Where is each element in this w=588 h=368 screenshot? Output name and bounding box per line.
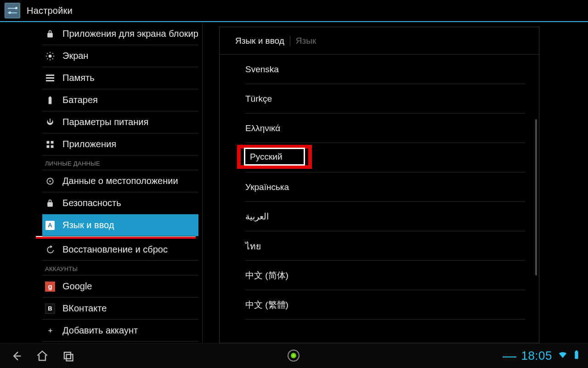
sidebar-item-label: Данные о местоположении	[62, 176, 178, 186]
svg-line-8	[52, 53, 53, 54]
language-label: ไทย	[245, 239, 261, 253]
section-accounts: АККАУНТЫ	[42, 261, 198, 276]
sidebar-item-storage[interactable]: Память	[42, 67, 198, 89]
apps-icon	[45, 139, 55, 150]
sidebar-item-power[interactable]: Параметры питания	[42, 111, 198, 133]
status-tray[interactable]: — 18:05	[503, 348, 582, 364]
battery-icon	[45, 95, 55, 105]
svg-rect-11	[47, 145, 50, 148]
language-option-highlighted[interactable]: Русский	[245, 143, 525, 172]
vk-icon: B	[45, 304, 55, 314]
nav-recent-button[interactable]	[58, 346, 78, 366]
sidebar-item-label: Параметры питания	[62, 117, 148, 127]
settings-app-icon	[5, 3, 20, 18]
storage-icon	[45, 73, 55, 83]
section-personal: ЛИЧНЫЕ ДАННЫЕ	[42, 155, 198, 170]
language-option[interactable]: 中文 (简体)	[245, 261, 525, 290]
language-option[interactable]: 中文 (繁體)	[245, 290, 525, 320]
wifi-icon	[558, 349, 568, 363]
page-title: Настройки	[27, 6, 73, 16]
sidebar-item-label: Безопасность	[62, 198, 121, 208]
scrollbar[interactable]	[535, 119, 537, 276]
sidebar-item-battery[interactable]: Батарея	[42, 89, 198, 111]
sidebar-item-label: Восстановление и сброс	[62, 244, 168, 255]
sidebar-item-google[interactable]: g Google	[42, 276, 198, 298]
language-option[interactable]: ไทย	[245, 231, 525, 261]
svg-line-7	[47, 58, 48, 59]
sidebar-item-backup-reset[interactable]: Восстановление и сброс	[42, 239, 198, 261]
language-option[interactable]: Svenska	[245, 55, 525, 84]
svg-line-5	[47, 53, 48, 54]
system-navbar: — 18:05	[0, 343, 588, 368]
settings-sidebar: Приложения для экрана блокировки Экран П…	[0, 23, 202, 343]
svg-rect-12	[51, 145, 54, 148]
language-icon: A	[45, 220, 55, 230]
sidebar-item-label: Язык и ввод	[62, 220, 114, 230]
nav-center-indicator	[288, 350, 300, 362]
annotation-frame: Русский	[237, 145, 312, 169]
target-icon	[45, 176, 55, 186]
plus-icon: ＋	[45, 326, 55, 336]
language-label: 中文 (繁體)	[245, 299, 288, 311]
sidebar-item-security[interactable]: Безопасность	[42, 192, 198, 214]
language-label: 中文 (简体)	[245, 270, 288, 282]
battery-icon	[571, 349, 582, 363]
sidebar-item-label: Память	[62, 73, 95, 83]
lock-icon	[45, 29, 55, 39]
language-label: Türkçe	[245, 94, 272, 104]
sidebar-item-label: Google	[62, 281, 92, 292]
language-label: Ελληνικά	[245, 123, 280, 133]
language-label: Svenska	[245, 64, 279, 75]
svg-line-6	[52, 58, 53, 59]
language-option[interactable]: Türkçe	[245, 84, 525, 114]
language-option[interactable]: Українська	[245, 172, 525, 202]
sidebar-item-vk[interactable]: B ВКонтакте	[42, 298, 198, 320]
google-icon: g	[45, 282, 55, 292]
svg-point-0	[49, 54, 52, 58]
language-label: Русский	[244, 148, 305, 166]
sidebar-item-display[interactable]: Экран	[42, 45, 198, 67]
sidebar-item-label: ВКонтакте	[62, 303, 107, 314]
breadcrumb-section: Язык и ввод	[235, 36, 284, 46]
svg-rect-10	[51, 141, 54, 144]
sidebar-item-label: Добавить аккаунт	[62, 325, 138, 336]
svg-rect-15	[64, 352, 71, 358]
breadcrumb-separator	[290, 36, 290, 46]
language-list: Svenska Türkçe Ελληνικά Русский	[220, 55, 539, 320]
language-option[interactable]: العربية	[245, 202, 525, 231]
power-icon	[45, 117, 55, 127]
sidebar-item-location[interactable]: Данные о местоположении	[42, 170, 198, 192]
sidebar-item-label: Приложения	[62, 139, 116, 150]
language-label: العربية	[245, 211, 269, 222]
sidebar-item-add-account[interactable]: ＋ Добавить аккаунт	[42, 320, 198, 342]
nav-back-button[interactable]	[6, 346, 27, 366]
sidebar-item-label: Батарея	[62, 95, 98, 105]
language-option[interactable]: Ελληνικά	[245, 114, 525, 143]
breadcrumb: Язык и ввод Язык	[220, 27, 539, 55]
nav-home-button[interactable]	[32, 346, 52, 366]
breadcrumb-page: Язык	[296, 36, 316, 46]
svg-rect-9	[47, 141, 50, 144]
detail-pane: Язык и ввод Язык Svenska Türkçe Ελληνικά	[202, 23, 588, 343]
sidebar-item-lockscreen-apps[interactable]: Приложения для экрана блокировки	[42, 23, 198, 45]
sidebar-item-label: Приложения для экрана блокировки	[62, 29, 198, 39]
status-dash-icon: —	[503, 348, 517, 364]
language-label: Українська	[245, 182, 289, 192]
brightness-icon	[45, 51, 55, 61]
sidebar-item-label: Экран	[62, 51, 88, 61]
sidebar-item-apps[interactable]: Приложения	[42, 133, 198, 155]
lock-icon	[45, 198, 55, 208]
restore-icon	[45, 245, 55, 255]
svg-rect-16	[67, 354, 73, 361]
sidebar-item-language-input[interactable]: A Язык и ввод	[42, 214, 198, 236]
status-clock: 18:05	[521, 349, 552, 363]
svg-point-14	[49, 180, 51, 182]
